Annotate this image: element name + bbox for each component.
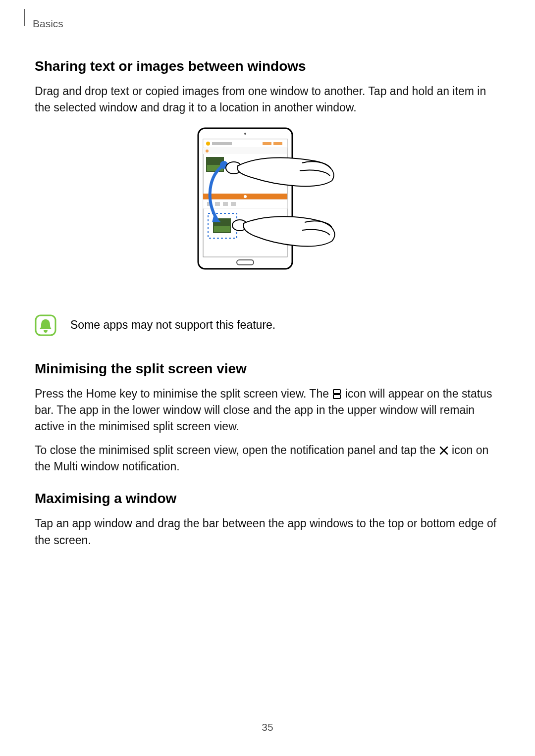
para-minimising-1: Press the Home key to minimise the split… — [35, 386, 500, 435]
note-bell-icon — [35, 314, 56, 336]
para-min-1a: Press the Home key to minimise the split… — [35, 387, 332, 400]
svg-point-14 — [244, 195, 247, 198]
para-minimising-2: To close the minimised split screen view… — [35, 442, 500, 475]
svg-point-10 — [206, 150, 209, 152]
svg-rect-28 — [333, 390, 340, 394]
svg-rect-18 — [223, 202, 228, 206]
svg-rect-19 — [231, 202, 236, 206]
heading-sharing: Sharing text or images between windows — [35, 58, 500, 74]
svg-point-5 — [206, 142, 210, 146]
para-sharing: Drag and drop text or copied images from… — [35, 83, 500, 116]
split-screen-icon — [332, 387, 342, 397]
note-row: Some apps may not support this feature. — [35, 314, 500, 336]
svg-rect-7 — [263, 142, 271, 145]
svg-rect-9 — [203, 148, 287, 154]
close-x-icon — [439, 444, 449, 454]
svg-rect-17 — [215, 202, 220, 206]
svg-rect-22 — [214, 226, 230, 232]
svg-rect-8 — [273, 142, 282, 145]
svg-rect-29 — [333, 395, 340, 399]
note-text: Some apps may not support this feature. — [70, 318, 275, 332]
svg-point-2 — [244, 133, 246, 135]
breadcrumb: Basics — [33, 18, 63, 30]
tablet-drag-illustration — [188, 126, 347, 295]
para-min-2a: To close the minimised split screen view… — [35, 444, 439, 456]
heading-maximising: Maximising a window — [35, 491, 500, 506]
heading-minimising: Minimising the split screen view — [35, 361, 500, 377]
page-content: Sharing text or images between windows D… — [35, 54, 500, 555]
illustration-container — [35, 126, 500, 295]
header-rule — [21, 9, 25, 26]
para-maximising: Tap an app window and drag the bar betwe… — [35, 515, 500, 549]
page-number: 35 — [0, 721, 535, 733]
svg-rect-6 — [212, 142, 232, 145]
